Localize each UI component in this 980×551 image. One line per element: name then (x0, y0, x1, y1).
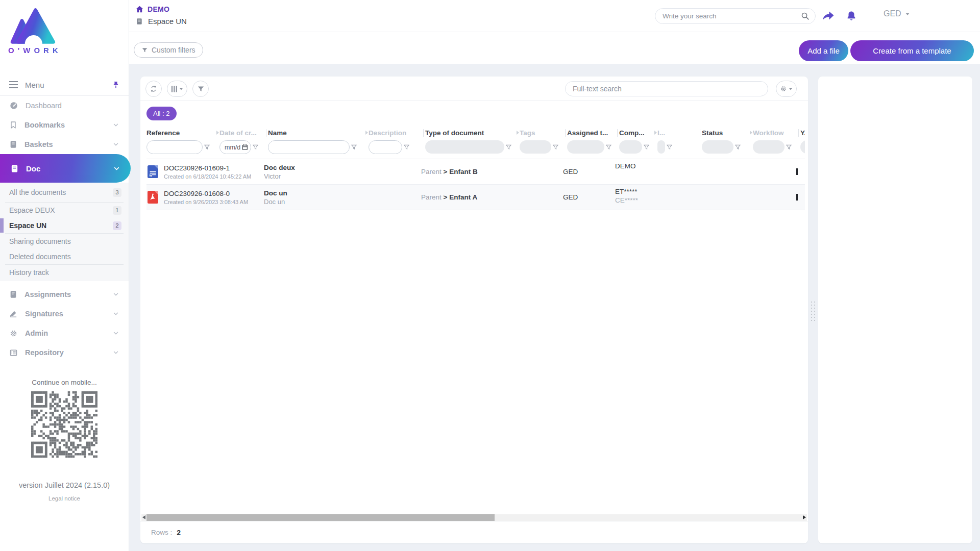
scroll-left-arrow[interactable] (142, 515, 145, 519)
chevron-down-icon (112, 310, 119, 317)
app-logo[interactable]: O'WORK (0, 0, 129, 74)
user-menu[interactable]: GED (884, 9, 910, 18)
doc-name-sub: Doc un (264, 198, 364, 206)
table-row[interactable]: DOC230926-01608-0 Created on 9/26/2023 3… (146, 185, 805, 210)
date-filter-input[interactable]: mm/d (219, 140, 251, 154)
funnel-icon[interactable] (204, 144, 210, 150)
column-header-workflow[interactable]: Workflow (753, 129, 796, 137)
sidebar-item-espace-un[interactable]: Espace UN 2 (0, 218, 129, 233)
sidebar-item-baskets[interactable]: Baskets (0, 135, 129, 154)
funnel-icon[interactable] (667, 144, 672, 150)
doc-type-child: > Enfant B (444, 168, 478, 176)
columns-button[interactable] (167, 81, 187, 97)
column-header-status[interactable]: Status (702, 129, 749, 137)
pdf-file-icon (148, 191, 158, 204)
notifications-button[interactable] (843, 8, 860, 25)
gear-icon (9, 329, 18, 338)
columns-icon (171, 85, 178, 93)
table-settings-button[interactable] (776, 81, 797, 97)
funnel-icon[interactable] (404, 144, 409, 150)
funnel-icon[interactable] (351, 144, 357, 150)
funnel-icon[interactable] (735, 144, 741, 150)
sidebar-item-label: Assignments (24, 290, 71, 298)
book-icon (10, 164, 19, 173)
fulltext-search-input[interactable] (565, 81, 768, 96)
refresh-button[interactable] (145, 81, 162, 97)
column-header-company[interactable]: Comp... (619, 129, 653, 137)
column-header-date[interactable]: Date of cr... (219, 129, 264, 137)
column-header-assigned[interactable]: Assigned t... (567, 129, 615, 137)
panel-resize-handle[interactable] (810, 300, 816, 321)
column-header-y[interactable]: Y... (800, 129, 805, 137)
sidebar-item-assignments[interactable]: Assignments (0, 285, 129, 304)
funnel-icon[interactable] (606, 144, 611, 150)
hamburger-icon[interactable] (9, 81, 18, 88)
bookmark-icon (9, 120, 17, 130)
filter-badge-row: All : 2 (140, 101, 808, 124)
clipped-cell-content (796, 194, 798, 201)
scrollbar-thumb[interactable] (146, 514, 495, 521)
sidebar-item-espace-deux[interactable]: Espace DEUX 1 (0, 203, 129, 218)
share-button[interactable] (819, 8, 837, 25)
search-icon[interactable] (801, 12, 810, 20)
funnel-icon[interactable] (553, 144, 558, 150)
sub-item-label: All the documents (9, 188, 66, 196)
column-header-reference[interactable]: Reference (146, 129, 215, 137)
column-header-type[interactable]: Type of document (425, 129, 516, 137)
filter-cell-status (702, 140, 749, 154)
funnel-icon[interactable] (644, 144, 649, 150)
sidebar-item-dashboard[interactable]: Dashboard (0, 96, 129, 115)
pin-sidebar-icon[interactable] (112, 81, 119, 89)
column-header-name[interactable]: Name (268, 129, 364, 137)
horizontal-scrollbar[interactable] (141, 514, 807, 521)
all-filter-chip[interactable]: All : 2 (146, 107, 177, 120)
version-text: version Juillet 2024 (2.15.0) (0, 481, 129, 489)
y-cell (796, 168, 804, 175)
doc-type-cell: Parent > Enfant B (421, 168, 516, 176)
sidebar-item-bookmarks[interactable]: Bookmarks (0, 115, 129, 135)
assignments-icon (9, 290, 17, 299)
filter-button[interactable] (192, 81, 209, 97)
count-badge: 3 (113, 188, 121, 197)
table-row[interactable]: w DOC230926-01609-1 Created on 6/18/2024… (146, 159, 805, 185)
breadcrumb-page[interactable]: Espace UN (136, 17, 187, 26)
legal-notice-link[interactable]: Legal notice (0, 495, 129, 502)
custom-filters-button[interactable]: Custom filters (134, 42, 203, 58)
breadcrumb-root[interactable]: DEMO (136, 5, 187, 13)
column-header-i[interactable]: I... (657, 129, 698, 137)
column-header-tags[interactable]: Tags (520, 129, 563, 137)
filter-cell-reference (146, 140, 215, 154)
column-header-description[interactable]: Description (369, 129, 421, 137)
sidebar-item-signatures[interactable]: Signatures (0, 304, 129, 323)
funnel-icon[interactable] (786, 144, 792, 150)
sidebar-item-deleted-documents[interactable]: Deleted documents (0, 249, 129, 264)
sidebar-item-sharing-documents[interactable]: Sharing documents (0, 234, 129, 249)
name-filter-input[interactable] (268, 140, 350, 154)
y-filter-disabled (800, 140, 805, 154)
book-icon (136, 17, 143, 26)
company-value: ET***** (615, 188, 653, 195)
menu-label: Menu (25, 81, 44, 89)
create-from-template-button[interactable]: Create from a template (850, 40, 974, 61)
funnel-icon[interactable] (253, 144, 258, 150)
table-empty-area (140, 210, 808, 514)
sidebar-item-history-track[interactable]: History track (0, 265, 129, 280)
search-input[interactable] (655, 8, 816, 24)
sidebar-item-label: Baskets (24, 140, 53, 148)
description-filter-input[interactable] (369, 140, 402, 154)
sidebar-item-repository[interactable]: Repository (0, 343, 129, 362)
funnel-icon[interactable] (506, 144, 511, 150)
caret-down-icon (905, 13, 910, 15)
sidebar: O'WORK Menu Dashboard Bookmarks Baskets (0, 0, 129, 551)
sidebar-item-doc[interactable]: Doc (0, 154, 131, 183)
doc-type-cell: Parent > Enfant A (421, 193, 516, 201)
breadcrumb: DEMO Espace UN (136, 5, 187, 26)
sidebar-item-all-documents[interactable]: All the documents 3 (0, 183, 129, 202)
scroll-right-arrow[interactable] (803, 515, 806, 519)
brand-name: O'WORK (8, 46, 129, 55)
sidebar-item-admin[interactable]: Admin (0, 323, 129, 343)
reference-filter-input[interactable] (146, 140, 203, 154)
add-file-button[interactable]: Add a file (799, 40, 848, 61)
doc-type-parent: Parent (421, 168, 442, 176)
name-cell: Doc un Doc un (264, 189, 364, 206)
